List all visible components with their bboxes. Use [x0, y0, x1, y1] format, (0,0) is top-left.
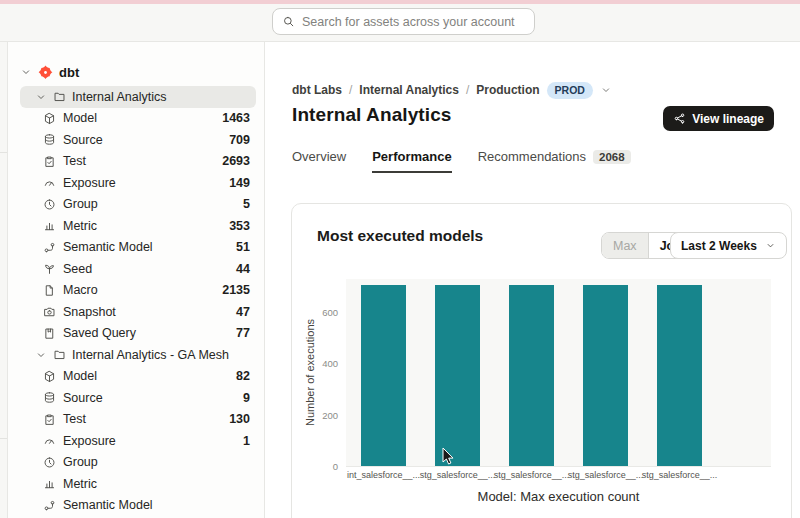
item-count: 51: [236, 240, 256, 254]
source-icon: [43, 391, 56, 404]
tab-label: Recommendations: [478, 149, 586, 164]
item-label: Source: [63, 391, 103, 405]
sidebar-item-semantic-model[interactable]: Semantic Model: [20, 495, 256, 517]
chevron-down-icon[interactable]: [20, 66, 32, 78]
topbar: [0, 4, 800, 42]
x-tick-label: stg_salesforce__...: [420, 470, 496, 480]
breadcrumb-item-production[interactable]: Production: [476, 83, 539, 97]
sidebar-item-macro[interactable]: Macro2135: [20, 280, 256, 302]
sidebar-item-exposure[interactable]: Exposure149: [20, 172, 256, 194]
sidebar-item-snapshot[interactable]: Snapshot47: [20, 301, 256, 323]
folder-label: Internal Analytics: [72, 90, 167, 104]
folder-icon: [53, 90, 66, 103]
item-count: 82: [236, 369, 256, 383]
sidebar-item-source[interactable]: Source709: [20, 129, 256, 151]
item-label: Metric: [63, 219, 97, 233]
sidebar-item-exposure[interactable]: Exposure1: [20, 430, 256, 452]
sidebar-item-test[interactable]: Test130: [20, 409, 256, 431]
item-label: Exposure: [63, 176, 116, 190]
semantic-model-icon: [43, 499, 56, 512]
sidebar-item-source[interactable]: Source9: [20, 387, 256, 409]
metric-icon: [43, 477, 56, 490]
sidebar-item-metric[interactable]: Metric353: [20, 215, 256, 237]
sidebar-item-model[interactable]: Model1463: [20, 108, 256, 130]
saved-query-icon: [43, 327, 56, 340]
item-count: 47: [236, 305, 256, 319]
breadcrumb-item-dbt-labs[interactable]: dbt Labs: [292, 83, 342, 97]
item-count: 353: [229, 219, 256, 233]
item-label: Test: [63, 154, 86, 168]
dbt-logo-icon: [38, 65, 53, 80]
performance-card: Most executed models MaxJob Last 2 Weeks…: [291, 203, 792, 518]
model-icon: [43, 112, 56, 125]
sidebar-sections: Internal AnalyticsModel1463Source709Test…: [8, 86, 264, 516]
chevron-down-icon[interactable]: [600, 84, 612, 96]
bar-stg-salesforce--1[interactable]: [435, 285, 480, 466]
sidebar-item-metric[interactable]: Metric: [20, 473, 256, 495]
item-count: 9: [243, 391, 256, 405]
item-count: 77: [236, 326, 256, 340]
y-tick-label: 200: [306, 411, 338, 421]
folder-row-internal-analytics[interactable]: Internal Analytics: [20, 86, 256, 108]
macro-icon: [43, 284, 56, 297]
x-tick-label: stg_salesforce__...: [568, 470, 644, 480]
tab-overview[interactable]: Overview: [292, 149, 346, 173]
breadcrumb-item-internal-analytics[interactable]: Internal Analytics: [359, 83, 459, 97]
view-lineage-button[interactable]: View lineage: [663, 106, 774, 131]
bar-stg-salesforce--2[interactable]: [509, 285, 554, 466]
sidebar-item-model[interactable]: Model82: [20, 366, 256, 388]
sidebar-item-seed[interactable]: Seed44: [20, 258, 256, 280]
sidebar-item-saved-query[interactable]: Saved Query77: [20, 323, 256, 345]
env-badge[interactable]: PROD: [547, 82, 593, 99]
semantic-model-icon: [43, 241, 56, 254]
page-title: Internal Analytics: [292, 104, 451, 126]
item-label: Group: [63, 455, 98, 469]
sidebar-item-group[interactable]: Group: [20, 452, 256, 474]
y-tick-label: 400: [306, 359, 338, 369]
tab-recommendations[interactable]: Recommendations2068: [478, 149, 631, 173]
chart-title: Most executed models: [317, 227, 483, 245]
bar-stg-salesforce--3[interactable]: [583, 285, 628, 466]
item-count: 1463: [222, 111, 256, 125]
item-count: 709: [229, 133, 256, 147]
item-label: Test: [63, 412, 86, 426]
project-label: dbt: [59, 65, 79, 80]
item-label: Model: [63, 111, 97, 125]
tab-performance[interactable]: Performance: [372, 149, 451, 173]
global-search[interactable]: [272, 8, 535, 35]
item-label: Group: [63, 197, 98, 211]
search-icon: [282, 15, 295, 28]
y-tick-label: 600: [306, 308, 338, 318]
item-count: 1: [243, 434, 256, 448]
x-tick-label: stg_salesforce__...: [642, 470, 718, 480]
chevron-down-icon: [35, 349, 47, 361]
time-range-label: Last 2 Weeks: [681, 239, 757, 253]
breadcrumb: dbt Labs/Internal Analytics/Production P…: [292, 82, 612, 99]
chevron-down-icon: [765, 240, 776, 251]
sidebar-item-group[interactable]: Group5: [20, 194, 256, 216]
item-label: Model: [63, 369, 97, 383]
bar-stg-salesforce--4[interactable]: [657, 285, 702, 466]
item-label: Macro: [63, 283, 98, 297]
project-row[interactable]: dbt: [20, 60, 256, 84]
item-label: Source: [63, 133, 103, 147]
tab-label: Performance: [372, 149, 451, 164]
sidebar-item-semantic-model[interactable]: Semantic Model51: [20, 237, 256, 259]
folder-row-internal-analytics-ga-mesh[interactable]: Internal Analytics - GA Mesh: [20, 344, 256, 366]
sidebar-item-test[interactable]: Test2693: [20, 151, 256, 173]
bar-int-salesforce--0[interactable]: [361, 285, 406, 466]
item-count: 2135: [222, 283, 256, 297]
item-count: 5: [243, 197, 256, 211]
group-icon: [43, 456, 56, 469]
breadcrumb-separator: /: [349, 83, 352, 97]
left-rail: [0, 42, 8, 518]
item-label: Saved Query: [63, 326, 136, 340]
search-input[interactable]: [302, 15, 525, 29]
item-label: Semantic Model: [63, 240, 153, 254]
time-range-select[interactable]: Last 2 Weeks: [670, 232, 787, 259]
test-icon: [43, 413, 56, 426]
toggle-option-max[interactable]: Max: [602, 233, 649, 258]
x-axis-labels: int_salesforce__...stg_salesforce__...st…: [346, 470, 771, 482]
test-icon: [43, 155, 56, 168]
group-icon: [43, 198, 56, 211]
